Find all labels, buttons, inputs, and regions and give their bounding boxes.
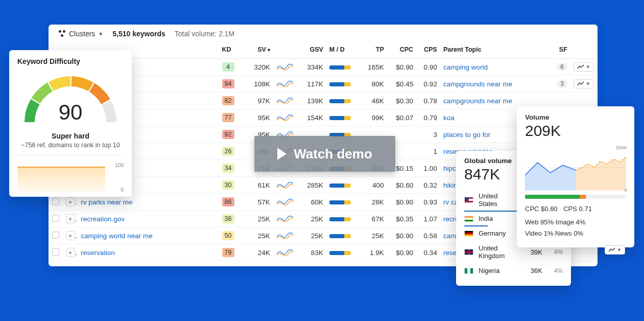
md-cell <box>326 93 356 109</box>
cpc-cell: $0.30 <box>387 93 416 109</box>
cpc-cell: $0.90 <box>387 59 416 76</box>
sparkline <box>273 194 297 211</box>
keyword-link[interactable]: camping world near me <box>81 232 152 240</box>
sv-cell: 108K <box>241 76 273 93</box>
expand-button[interactable]: + <box>66 214 75 223</box>
sparkline <box>273 76 297 93</box>
kd-badge: 4 <box>222 62 234 72</box>
col-cpc[interactable]: CPC <box>387 44 416 59</box>
row-checkbox[interactable] <box>52 198 59 205</box>
toolbar: Clusters ▼ 5,510 keywords Total volume: … <box>49 25 598 44</box>
cps-cell: 0.34 <box>416 244 440 261</box>
tp-cell: 1.9K <box>356 244 387 261</box>
sparkline <box>273 227 297 244</box>
vol-title: Volume <box>525 113 626 121</box>
col-tp[interactable]: TP <box>356 44 387 59</box>
chevron-down-icon: ▼ <box>586 81 590 86</box>
md-cell <box>326 177 356 194</box>
parent-topic-link[interactable]: campgrounds near me <box>443 97 512 105</box>
country-volume: 36K <box>521 267 542 274</box>
trend-icon <box>608 247 615 253</box>
cps-cell: 0.58 <box>416 227 440 244</box>
col-gsv[interactable]: GSV <box>297 44 326 59</box>
expand-button[interactable]: + <box>66 231 75 240</box>
parent-topic-link[interactable]: camping world <box>443 63 488 71</box>
kd-subtext: ~756 ref. domains to rank in top 10 <box>17 141 124 150</box>
kd-badge: 26 <box>222 147 234 156</box>
trend-dropdown[interactable]: ▼ <box>574 79 594 88</box>
country-name: Germany <box>479 230 516 237</box>
col-kd[interactable]: KD <box>219 44 241 59</box>
flag-icon <box>464 249 473 255</box>
md-cell <box>326 109 356 126</box>
tp-cell: 46K <box>356 93 387 109</box>
parent-topic-link[interactable]: campgrounds near me <box>443 80 512 88</box>
cps-cell: 1 <box>416 143 440 160</box>
parent-topic-link[interactable]: places to go for <box>443 131 490 139</box>
gsv-cell: 25K <box>297 227 326 244</box>
kd-badge: 79 <box>222 248 234 257</box>
keyword-link[interactable]: recreation.gov <box>81 215 125 223</box>
tp-cell: 28K <box>356 194 387 211</box>
kd-badge: 94 <box>222 79 234 88</box>
cpc-cell: $0.35 <box>387 211 416 227</box>
col-sf[interactable]: SF <box>548 44 570 59</box>
sv-cell: 320K <box>241 59 273 76</box>
col-md[interactable]: M / D <box>326 44 356 59</box>
kd-badge: 92 <box>222 130 234 139</box>
flag-icon <box>464 197 473 203</box>
row-checkbox[interactable] <box>52 232 59 239</box>
play-icon <box>277 148 287 160</box>
total-volume: Total volume: 2.1M <box>175 30 235 38</box>
row-checkbox[interactable] <box>52 248 59 256</box>
gsv-cell: 83K <box>297 244 326 261</box>
tp-cell: 165K <box>356 59 387 76</box>
kd-badge: 30 <box>222 180 234 190</box>
kd-badge: 82 <box>222 96 234 105</box>
col-cps[interactable]: CPS <box>416 44 440 59</box>
md-cell <box>326 227 356 244</box>
md-cell <box>326 76 356 93</box>
vol-value: 209K <box>525 122 626 140</box>
country-name: United States <box>479 192 516 208</box>
kd-title: Keyword Difficulty <box>17 57 124 65</box>
cps-cell: 0.79 <box>416 109 440 126</box>
tp-cell: 80K <box>356 76 387 93</box>
keyword-link[interactable]: reservation <box>81 249 115 257</box>
kd-badge: 50 <box>222 231 234 240</box>
vol-axis-low: 0 <box>625 187 627 193</box>
cpc-cell: $0.90 <box>387 244 416 261</box>
cps-cell: 0.92 <box>416 76 440 93</box>
col-parent[interactable]: Parent Topic <box>440 44 548 59</box>
sparkline <box>273 177 297 194</box>
kd-score: 90 <box>22 100 119 125</box>
kd-verdict: Super hard <box>17 132 124 140</box>
watch-demo-button[interactable]: Watch demo <box>254 136 395 172</box>
cpc-cell: $0.90 <box>387 227 416 244</box>
sv-cell: 95K <box>241 109 273 126</box>
vol-axis-high: 356K <box>616 145 627 150</box>
col-sv[interactable]: SV ▾ <box>241 44 273 59</box>
cps-cell: 3 <box>416 126 440 143</box>
md-cell <box>326 194 356 211</box>
sv-cell: 24K <box>241 244 273 261</box>
vol-serp-breakdown: Web 95%·Image 4% Video 1%·News 0% <box>525 217 626 239</box>
clusters-dropdown[interactable]: Clusters ▼ <box>59 30 103 38</box>
trend-dropdown[interactable]: ▼ <box>605 245 625 255</box>
keyword-link[interactable]: rv parks near me <box>81 198 132 206</box>
country-row[interactable]: Nigeria 36K 4% <box>464 264 563 276</box>
md-cell <box>326 211 356 227</box>
watch-demo-label: Watch demo <box>294 146 372 162</box>
tp-cell: 25K <box>356 227 387 244</box>
trend-dropdown[interactable]: ▼ <box>574 62 594 72</box>
expand-button[interactable]: + <box>66 197 75 207</box>
sparkline <box>273 211 297 227</box>
expand-button[interactable]: + <box>66 248 75 257</box>
sv-cell: 57K <box>241 194 273 211</box>
gsv-cell: 334K <box>297 59 326 76</box>
parent-topic-link[interactable]: koa <box>443 114 455 122</box>
sv-cell: 97K <box>241 93 273 109</box>
sv-cell: 25K <box>241 227 273 244</box>
clusters-icon <box>59 30 66 37</box>
row-checkbox[interactable] <box>52 215 59 222</box>
